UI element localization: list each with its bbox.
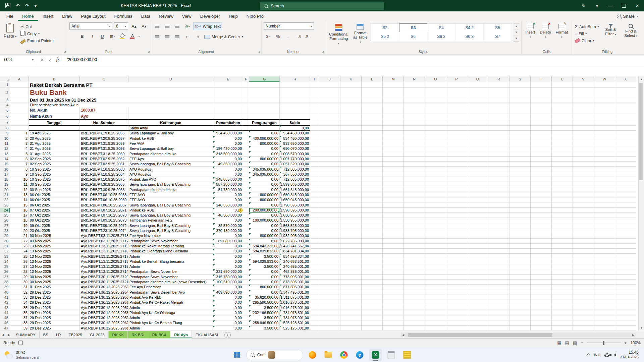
row-header-39[interactable]: 39 [0,285,10,290]
cell[interactable] [383,218,404,223]
cell[interactable] [573,228,594,233]
cell[interactable]: AYO Agustus [128,167,213,172]
cell[interactable]: BRI1.RBBPT.31.8.25.2058 [80,146,128,151]
cell[interactable] [531,223,552,228]
cell[interactable]: Ayo.RBBPT.30.12.2025.2954 [80,290,128,295]
cell[interactable] [531,320,552,325]
cell[interactable] [446,244,467,249]
cell[interactable] [243,320,249,325]
cell[interactable] [362,126,383,131]
cell[interactable] [425,290,446,295]
cell[interactable] [573,218,594,223]
cell[interactable] [509,218,531,223]
cell[interactable]: 0,00 [249,151,280,156]
cell[interactable]: 2 [10,136,29,141]
cell[interactable]: 06 Okt 2025 [29,202,80,207]
cell[interactable] [340,320,362,325]
cell[interactable] [594,275,615,280]
customize-qat-button[interactable]: ▾ [34,3,37,8]
italic-button[interactable]: I [88,33,96,40]
cell[interactable]: 3.500,00 [249,264,280,269]
cell[interactable]: 367.550.000,00 [280,172,310,177]
cell[interactable] [319,157,340,162]
row-header-13[interactable]: 13 [0,151,10,156]
cell[interactable]: 0,00 [249,280,280,285]
cell[interactable]: 800.000,00 [249,192,280,197]
row-header-26[interactable]: 26 [0,218,10,223]
cell[interactable] [531,259,552,264]
cell[interactable] [552,182,573,187]
cell[interactable]: 29 Des 2025 [29,315,80,320]
cell[interactable]: 0,00 [213,326,243,331]
cell[interactable] [594,228,615,233]
cell[interactable] [383,82,404,88]
cell[interactable]: 13 Nop 2025 [29,254,80,259]
cell[interactable] [128,113,213,119]
cell[interactable]: 0,00 [249,177,280,182]
cell[interactable]: 232.196.500,00 [249,310,280,315]
cell[interactable] [488,259,509,264]
cell[interactable]: 240.655.001,00 [280,264,310,269]
cell[interactable] [310,233,319,238]
column-header-J[interactable]: J [319,76,340,82]
cell[interactable] [243,107,249,113]
cell[interactable] [615,320,636,325]
cell[interactable]: 31 [10,285,29,290]
cell[interactable] [404,295,425,300]
cell[interactable] [509,280,531,285]
cell[interactable]: 0,00 [213,172,243,177]
cell[interactable] [467,107,488,113]
cell[interactable] [243,88,249,97]
sheet-tab-bs[interactable]: BS [40,331,52,338]
cell[interactable] [340,259,362,264]
cell[interactable] [615,249,636,254]
cell[interactable] [362,182,383,187]
cell[interactable]: 800.000,00 [249,233,280,238]
scroll-left-arrow[interactable]: ◀ [401,334,406,337]
cell[interactable] [467,259,488,264]
cell[interactable] [552,305,573,310]
cell[interactable]: 1.599.865.000,00 [280,182,310,187]
cell[interactable] [310,259,319,264]
cell[interactable] [509,315,531,320]
fill-button[interactable]: ↓Fill ▾ [574,30,600,37]
font-size-select[interactable]: 8▾ [114,22,128,30]
cell[interactable] [383,182,404,187]
cell[interactable]: 0,00 [213,320,243,325]
cell[interactable]: 0,00 [249,239,280,244]
cell[interactable] [573,305,594,310]
cell[interactable]: 7 [10,162,29,167]
cell[interactable] [310,239,319,244]
cell[interactable] [552,82,573,88]
cell[interactable]: 03 Nop 2025 [29,233,80,238]
cell[interactable] [488,177,509,182]
cell[interactable] [319,187,340,192]
cell[interactable] [383,264,404,269]
cell[interactable] [573,290,594,295]
autosum-button[interactable]: ΣAutoSum ▾ [574,23,600,30]
cell[interactable]: 1 [10,131,29,136]
cell[interactable] [573,182,594,187]
cell[interactable]: 10 Sep 2025 [29,172,80,177]
cell[interactable] [509,320,531,325]
cell[interactable] [615,103,636,107]
cell[interactable]: 3 [10,141,29,146]
cell[interactable] [383,131,404,136]
cell[interactable] [310,88,319,97]
cell[interactable] [531,192,552,197]
cell[interactable]: 0,00 [280,126,310,131]
cell[interactable] [531,146,552,151]
cell[interactable] [404,113,425,119]
cell[interactable] [509,172,531,177]
cell[interactable] [446,233,467,238]
cell[interactable]: 1.008.570.000,00 [280,151,310,156]
cell[interactable] [383,192,404,197]
hidden-icons-chevron[interactable] [586,353,590,357]
cell[interactable]: 0,00 [213,259,243,264]
cell[interactable] [488,82,509,88]
cell[interactable] [467,208,488,213]
cell[interactable] [425,88,446,97]
cell[interactable] [615,126,636,131]
cell[interactable] [467,177,488,182]
cell[interactable] [362,213,383,218]
